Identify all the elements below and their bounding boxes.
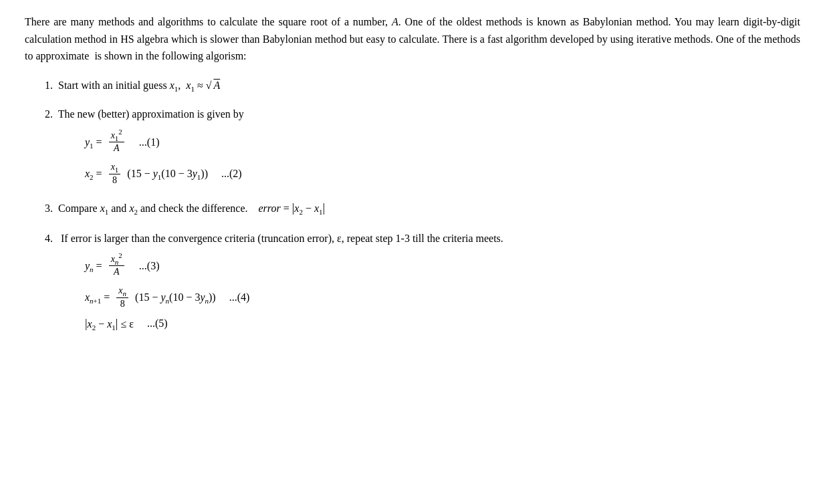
- eq1-lhs: y1 =: [85, 136, 102, 148]
- eq4-expr: (15 − yn(10 − 3yn)): [135, 291, 216, 303]
- step-1-text: 1. Start with an initial guess x1, x1 ≈ …: [45, 77, 800, 94]
- equation-2-line: x2 = x1 8 (15 − y1(10 − 3y1)) ...(2): [85, 161, 800, 186]
- equation-4-line: xn+1 = xn 8 (15 − yn(10 − 3yn)) ...(4): [85, 285, 800, 309]
- eq1-fraction: x12 A: [109, 130, 124, 154]
- equation-1-line: y1 = x12 A ...(1): [85, 130, 800, 154]
- eq1-label: ...(1): [139, 136, 160, 148]
- equation-1-block: y1 = x12 A ...(1): [85, 130, 800, 154]
- step-4-text: 4. If error is larger than the convergen…: [45, 230, 800, 247]
- step-3: 3. Compare x1 and x2 and check the diffe…: [45, 199, 800, 218]
- equation-3-block: yn = xn2 A ...(3): [85, 253, 800, 278]
- equation-5-line: |x2 − x1| ≤ ε ...(5): [85, 317, 800, 331]
- eq5-expr: |x2 − x1| ≤ ε: [85, 317, 134, 331]
- equation-3-line: yn = xn2 A ...(3): [85, 253, 800, 278]
- eq2-expr: (15 − y1(10 − 3y1)): [127, 168, 208, 180]
- step-2: 2. The new (better) approximation is giv…: [45, 106, 800, 186]
- main-content: There are many methods and algorithms to…: [25, 13, 800, 331]
- equation-4-block: xn+1 = xn 8 (15 − yn(10 − 3yn)) ...(4): [85, 285, 800, 309]
- eq3-lhs: yn =: [85, 260, 102, 272]
- eq2-label: ...(2): [221, 168, 242, 180]
- step-3-text: 3. Compare x1 and x2 and check the diffe…: [45, 199, 800, 218]
- step-1: 1. Start with an initial guess x1, x1 ≈ …: [45, 77, 800, 94]
- step-2-text: 2. The new (better) approximation is giv…: [45, 106, 800, 123]
- equation-5-block: |x2 − x1| ≤ ε ...(5): [85, 317, 800, 331]
- eq3-label: ...(3): [139, 260, 160, 272]
- step-4: 4. If error is larger than the convergen…: [45, 230, 800, 331]
- eq4-lhs: xn+1 =: [85, 291, 110, 303]
- eq5-label: ...(5): [147, 318, 168, 330]
- eq3-fraction: xn2 A: [109, 253, 124, 278]
- eq2-fraction: x1 8: [109, 161, 121, 186]
- eq4-label: ...(4): [229, 291, 250, 303]
- equation-2-block: x2 = x1 8 (15 − y1(10 − 3y1)) ...(2): [85, 161, 800, 186]
- eq4-fraction: xn 8: [116, 285, 128, 309]
- eq2-lhs: x2 =: [85, 168, 102, 180]
- intro-paragraph: There are many methods and algorithms to…: [25, 13, 800, 65]
